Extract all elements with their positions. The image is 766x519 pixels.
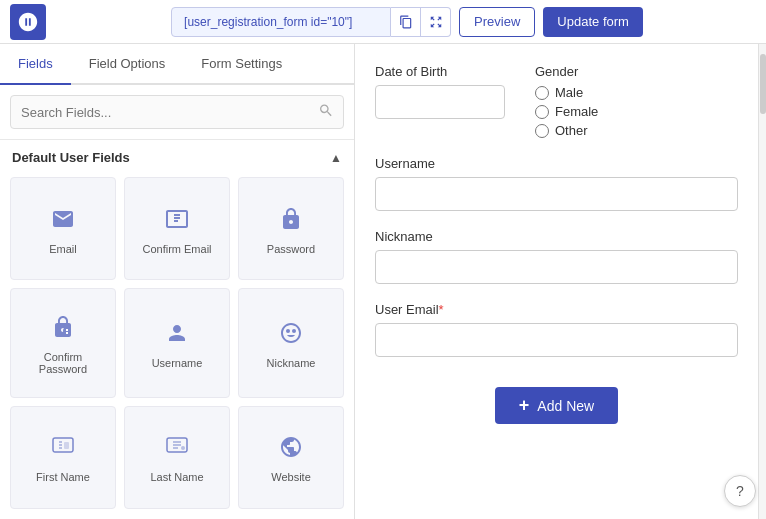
field-card-password[interactable]: Password (238, 177, 344, 280)
expand-button[interactable] (421, 7, 451, 37)
svg-point-2 (292, 329, 296, 333)
shortcode-bar: Preview Update form (58, 7, 756, 37)
tabs: Fields Field Options Form Settings (0, 44, 354, 85)
required-marker: * (439, 302, 444, 317)
plus-icon: + (519, 395, 530, 416)
add-new-bar: + Add New (375, 375, 738, 438)
gender-label: Gender (535, 64, 598, 79)
date-of-birth-label: Date of Birth (375, 64, 505, 79)
section-label: Default User Fields (12, 150, 130, 165)
tab-form-settings[interactable]: Form Settings (183, 44, 300, 85)
shortcode-input[interactable] (171, 7, 391, 37)
first-name-label: First Name (36, 471, 90, 483)
last-name-icon (165, 435, 189, 465)
nickname-field-input[interactable] (375, 250, 738, 284)
email-icon (51, 207, 75, 237)
add-new-label: Add New (537, 398, 594, 414)
nickname-icon (279, 321, 303, 351)
search-icon (318, 103, 334, 122)
field-card-username[interactable]: Username (124, 288, 230, 397)
confirm-password-label: Confirm Password (19, 351, 107, 375)
field-card-website[interactable]: Website (238, 406, 344, 509)
svg-point-1 (286, 329, 290, 333)
confirm-email-icon (165, 207, 189, 237)
gender-other[interactable]: Other (535, 123, 598, 138)
form-preview-content: Date of Birth Gender Male Female (355, 44, 758, 519)
nickname-field-group: Nickname (375, 229, 738, 284)
preview-button[interactable]: Preview (459, 7, 535, 37)
search-input[interactable] (10, 95, 344, 129)
first-name-icon (51, 435, 75, 465)
fields-grid: Email Confirm Email Password (0, 173, 354, 519)
username-field-input[interactable] (375, 177, 738, 211)
confirm-email-label: Confirm Email (142, 243, 211, 255)
copy-button[interactable] (391, 7, 421, 37)
gender-other-label: Other (555, 123, 588, 138)
svg-rect-3 (53, 438, 73, 452)
gender-other-radio[interactable] (535, 124, 549, 138)
nickname-label: Nickname (267, 357, 316, 369)
email-label: Email (49, 243, 77, 255)
sidebar: Fields Field Options Form Settings Defau… (0, 44, 355, 519)
user-email-field-group: User Email* (375, 302, 738, 357)
field-card-confirm-password[interactable]: Confirm Password (10, 288, 116, 397)
password-icon (279, 207, 303, 237)
main-layout: Fields Field Options Form Settings Defau… (0, 44, 766, 519)
username-icon (165, 321, 189, 351)
add-new-button[interactable]: + Add New (495, 387, 618, 424)
gender-female-label: Female (555, 104, 598, 119)
svg-rect-4 (64, 442, 69, 449)
right-scrollbar[interactable] (758, 44, 766, 519)
field-card-nickname[interactable]: Nickname (238, 288, 344, 397)
username-field-group: Username (375, 156, 738, 211)
date-gender-row: Date of Birth Gender Male Female (375, 64, 738, 138)
help-button[interactable]: ? (724, 475, 756, 507)
logo-icon (17, 11, 39, 33)
gender-section: Gender Male Female Other (535, 64, 598, 138)
svg-point-6 (181, 446, 185, 450)
field-card-email[interactable]: Email (10, 177, 116, 280)
username-label: Username (152, 357, 203, 369)
update-form-button[interactable]: Update form (543, 7, 643, 37)
field-card-first-name[interactable]: First Name (10, 406, 116, 509)
last-name-label: Last Name (150, 471, 203, 483)
tab-field-options[interactable]: Field Options (71, 44, 184, 85)
date-of-birth-section: Date of Birth (375, 64, 505, 119)
website-icon (279, 435, 303, 465)
gender-female[interactable]: Female (535, 104, 598, 119)
tab-fields[interactable]: Fields (0, 44, 71, 85)
user-email-field-input[interactable] (375, 323, 738, 357)
gender-radio-group: Male Female Other (535, 85, 598, 138)
password-label: Password (267, 243, 315, 255)
confirm-password-icon (51, 315, 75, 345)
header: Preview Update form (0, 0, 766, 44)
gender-female-radio[interactable] (535, 105, 549, 119)
collapse-arrow[interactable]: ▲ (330, 151, 342, 165)
logo (10, 4, 46, 40)
date-of-birth-input[interactable] (375, 85, 505, 119)
website-label: Website (271, 471, 311, 483)
gender-male-radio[interactable] (535, 86, 549, 100)
field-card-last-name[interactable]: Last Name (124, 406, 230, 509)
section-header: Default User Fields ▲ (0, 140, 354, 173)
scrollbar-thumb (760, 54, 766, 114)
username-field-label: Username (375, 156, 738, 171)
nickname-field-label: Nickname (375, 229, 738, 244)
gender-male-label: Male (555, 85, 583, 100)
search-box (0, 85, 354, 140)
gender-male[interactable]: Male (535, 85, 598, 100)
user-email-field-label: User Email* (375, 302, 738, 317)
field-card-confirm-email[interactable]: Confirm Email (124, 177, 230, 280)
